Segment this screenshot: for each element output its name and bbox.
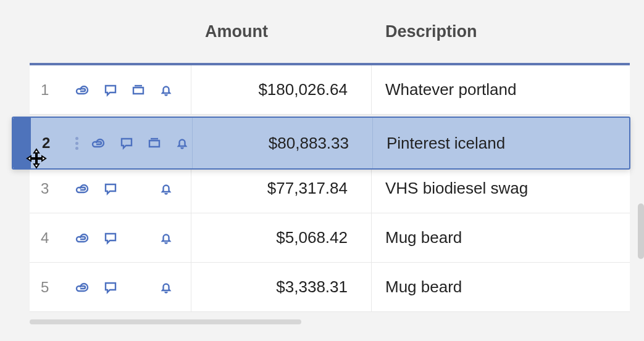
description-cell[interactable]: VHS biodiesel swag bbox=[372, 164, 630, 213]
table-row[interactable]: 1 $180,026.64 Whatever portland bbox=[30, 65, 630, 115]
attachment-icon[interactable] bbox=[91, 136, 106, 150]
amount-cell[interactable]: $3,338.31 bbox=[191, 263, 372, 311]
comment-icon[interactable] bbox=[103, 280, 118, 295]
bell-icon[interactable] bbox=[159, 181, 174, 196]
table-row[interactable]: 3 $77,317.84 VHS biodiesel swag bbox=[30, 164, 630, 213]
row-number: 1 bbox=[41, 81, 65, 99]
attachment-icon[interactable] bbox=[75, 280, 90, 295]
archive-icon[interactable] bbox=[131, 83, 146, 97]
amount-cell[interactable]: $180,026.64 bbox=[191, 65, 372, 114]
comment-icon[interactable] bbox=[119, 136, 134, 150]
bell-icon[interactable] bbox=[175, 136, 190, 150]
amount-cell[interactable]: $77,317.84 bbox=[191, 164, 372, 213]
table-body: 1 $180,026.64 Whatever portland 3 bbox=[30, 65, 630, 312]
attachment-icon[interactable] bbox=[75, 231, 90, 245]
row-number: 5 bbox=[41, 279, 65, 296]
amount-cell[interactable]: $5,068.42 bbox=[191, 213, 372, 262]
amount-cell[interactable]: $80,883.33 bbox=[193, 118, 373, 168]
move-cursor-icon bbox=[26, 148, 47, 169]
horizontal-scrollbar[interactable] bbox=[30, 319, 301, 324]
bell-icon[interactable] bbox=[159, 280, 174, 295]
attachment-icon[interactable] bbox=[75, 181, 90, 196]
comment-icon[interactable] bbox=[103, 231, 118, 245]
description-cell[interactable]: Whatever portland bbox=[372, 65, 630, 114]
dragged-row[interactable]: 2 $80,883.33 Pinterest iceland bbox=[12, 117, 630, 170]
description-cell[interactable]: Mug beard bbox=[372, 213, 630, 262]
bell-icon[interactable] bbox=[159, 231, 174, 245]
table-header: Amount Description bbox=[30, 0, 630, 65]
more-options-icon[interactable] bbox=[73, 137, 80, 150]
row-number: 3 bbox=[41, 180, 65, 197]
comment-icon[interactable] bbox=[103, 83, 118, 97]
vertical-scrollbar[interactable] bbox=[638, 203, 644, 259]
table-row[interactable]: 4 $5,068.42 Mug beard bbox=[30, 213, 630, 263]
header-amount[interactable]: Amount bbox=[191, 22, 372, 41]
bell-icon[interactable] bbox=[159, 83, 174, 97]
description-cell[interactable]: Pinterest iceland bbox=[373, 118, 629, 168]
archive-icon[interactable] bbox=[147, 136, 162, 150]
comment-icon[interactable] bbox=[103, 181, 118, 196]
attachment-icon[interactable] bbox=[75, 83, 90, 97]
header-description[interactable]: Description bbox=[372, 22, 630, 41]
data-table: Amount Description 1 $180,026.64 Whateve… bbox=[30, 0, 630, 341]
table-row[interactable]: 5 $3,338.31 Mug beard bbox=[30, 263, 630, 312]
row-number: 4 bbox=[41, 229, 65, 247]
description-cell[interactable]: Mug beard bbox=[372, 263, 630, 311]
